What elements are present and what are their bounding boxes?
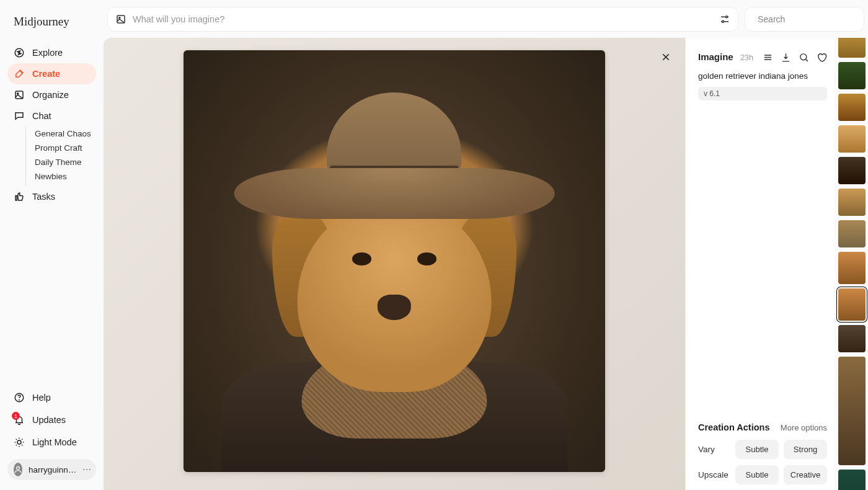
thumbnail[interactable] <box>838 470 866 490</box>
nav-organize[interactable]: Organize <box>7 84 96 105</box>
thumbs-up-icon <box>14 191 25 202</box>
action-label: Vary <box>698 445 730 454</box>
thumbnail[interactable] <box>838 125 866 153</box>
nav-updates-label: Updates <box>32 415 66 425</box>
help-icon <box>14 392 25 403</box>
more-icon[interactable]: ⋯ <box>82 465 91 474</box>
svg-point-3 <box>17 93 19 94</box>
search-input[interactable] <box>758 14 866 24</box>
chat-icon <box>14 110 25 122</box>
thumbnail-selected[interactable] <box>838 288 866 321</box>
prompt-text: golden retriever indiana jones <box>698 71 827 81</box>
menu-icon[interactable] <box>763 52 773 63</box>
close-button[interactable] <box>658 49 674 65</box>
image-icon <box>115 14 126 25</box>
chat-channel[interactable]: Prompt Craft <box>26 142 96 154</box>
thumbnail[interactable] <box>838 252 866 284</box>
username-label: harryguinn… <box>29 465 76 474</box>
canvas-area <box>104 38 685 490</box>
action-row-upscale: Upscale Subtle Creative <box>698 465 827 484</box>
main: Imagine 23h golden retriever indiana jon… <box>104 0 868 490</box>
thumbnail[interactable] <box>838 325 866 352</box>
app-logo: Midjourney <box>7 15 96 29</box>
download-icon[interactable] <box>781 52 791 63</box>
nav-tasks[interactable]: Tasks <box>7 186 96 207</box>
thumbnail[interactable] <box>838 38 866 58</box>
search-bar[interactable] <box>745 7 864 32</box>
upscale-subtle-button[interactable]: Subtle <box>735 465 779 484</box>
chat-channel[interactable]: Newbies <box>26 171 96 182</box>
thumbnail[interactable] <box>838 62 866 89</box>
heart-icon[interactable] <box>817 52 827 63</box>
details-panel: Imagine 23h golden retriever indiana jon… <box>685 38 835 490</box>
prompt-bar[interactable] <box>107 7 738 32</box>
compass-icon <box>14 47 25 58</box>
updates-badge: 1 <box>12 412 20 420</box>
brush-icon <box>14 68 25 79</box>
sidebar: Midjourney Explore Create Organize Chat … <box>0 0 104 490</box>
nav-updates[interactable]: 1 Updates <box>7 409 96 430</box>
details-title: Imagine <box>698 51 733 62</box>
thumbnail-strip <box>835 38 868 490</box>
nav-lightmode-label: Light Mode <box>32 437 77 447</box>
svg-point-13 <box>800 53 807 60</box>
content: Imagine 23h golden retriever indiana jon… <box>104 38 868 490</box>
thumbnail[interactable] <box>838 94 866 121</box>
chat-channels: General Chaos Prompt Craft Daily Theme N… <box>25 127 96 186</box>
chat-channel[interactable]: Daily Theme <box>26 156 96 168</box>
vary-subtle-button[interactable]: Subtle <box>735 440 779 459</box>
thumbnail[interactable] <box>838 357 866 465</box>
user-chip[interactable]: harryguinn… ⋯ <box>7 459 96 480</box>
action-label: Upscale <box>698 470 730 479</box>
image-icon <box>14 89 25 100</box>
chat-channel[interactable]: General Chaos <box>26 128 96 140</box>
thumbnail[interactable] <box>838 189 866 216</box>
prompt-input[interactable] <box>133 14 719 24</box>
upscale-creative-button[interactable]: Creative <box>784 465 827 484</box>
topbar <box>104 0 868 38</box>
nav-create-label: Create <box>32 69 60 79</box>
nav-explore-label: Explore <box>32 48 63 58</box>
svg-point-10 <box>726 16 728 18</box>
nav-help[interactable]: Help <box>7 387 96 408</box>
svg-point-9 <box>119 17 120 19</box>
close-icon <box>661 52 671 62</box>
svg-point-11 <box>722 20 724 22</box>
user-avatar-icon <box>14 463 22 476</box>
actions-title: Creation Actions <box>698 422 769 432</box>
thumbnail[interactable] <box>838 157 866 184</box>
more-options-link[interactable]: More options <box>781 423 827 432</box>
sliders-icon[interactable] <box>719 14 730 25</box>
nav-organize-label: Organize <box>32 90 69 100</box>
thumbnail[interactable] <box>838 220 866 247</box>
version-chip[interactable]: v 6.1 <box>698 87 827 100</box>
svg-point-6 <box>17 440 21 444</box>
nav-explore[interactable]: Explore <box>7 42 96 63</box>
nav-lightmode[interactable]: Light Mode <box>7 432 96 453</box>
details-time: 23h <box>740 53 753 62</box>
nav-help-label: Help <box>32 393 51 403</box>
nav-create[interactable]: Create <box>7 63 96 84</box>
sun-icon <box>14 437 25 448</box>
nav-tasks-label: Tasks <box>32 192 55 202</box>
svg-point-7 <box>17 466 20 470</box>
nav-chat[interactable]: Chat <box>7 105 96 127</box>
vary-strong-button[interactable]: Strong <box>784 440 827 459</box>
search-icon[interactable] <box>799 52 809 63</box>
generated-image[interactable] <box>184 50 605 472</box>
svg-marker-1 <box>17 51 21 55</box>
svg-point-5 <box>19 399 20 400</box>
action-row-vary: Vary Subtle Strong <box>698 440 827 459</box>
nav-chat-label: Chat <box>32 111 51 121</box>
